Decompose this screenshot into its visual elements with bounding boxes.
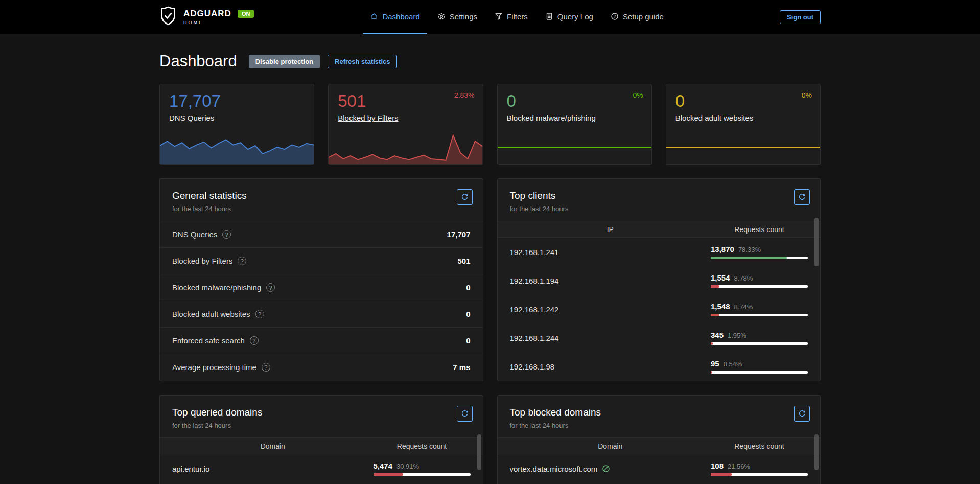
brand-subtitle: HOME (183, 20, 254, 25)
refresh-card-button[interactable] (794, 189, 810, 205)
general-statistics-rows: DNS Queries? 17,707 Blocked by Filters? … (160, 221, 483, 380)
general-statistics-card: General statistics for the last 24 hours… (159, 178, 483, 381)
stat-value: 17,707 (160, 84, 314, 111)
stat-label: Blocked malware/phishing (507, 113, 596, 122)
domain-name: api.entur.io (172, 465, 374, 473)
dashboard-page: Dashboard Disable protection Refresh sta… (159, 52, 821, 484)
card-subtitle: for the last 24 hours (510, 422, 808, 429)
client-ip: 192.168.1.98 (510, 362, 711, 371)
stat-card-blocked-adult: 0% 0 Blocked adult websites (666, 84, 821, 165)
request-count: 95 (711, 359, 719, 368)
table-row: 192.168.1.244 3451.95% (498, 324, 821, 352)
stat-row-blocked-adult: Blocked adult websites? 0 (160, 301, 483, 327)
unblock-domain-icon[interactable] (602, 465, 610, 473)
card-subtitle: for the last 24 hours (172, 422, 471, 429)
request-count: 108 (711, 462, 724, 470)
request-percent: 21.56% (728, 463, 750, 470)
nav-item-dashboard[interactable]: Dashboard (363, 0, 427, 34)
nav-label: Settings (450, 12, 477, 21)
progress-bar (711, 285, 808, 288)
help-icon[interactable]: ? (250, 336, 259, 345)
nav-item-filters[interactable]: Filters (487, 0, 535, 34)
scrollbar-thumb[interactable] (814, 434, 819, 470)
stat-percent: 2.83% (454, 91, 475, 99)
table-row: 192.168.1.194 1,5548.78% (498, 266, 821, 295)
navbar: ADGUARD ON HOME Dashboard (0, 0, 980, 34)
card-title: Top queried domains (172, 407, 471, 418)
scrollbar (814, 218, 819, 377)
stat-value: 0 (498, 84, 651, 111)
scrollbar-thumb[interactable] (477, 434, 481, 470)
nav-label: Query Log (557, 12, 593, 21)
refresh-statistics-button[interactable]: Refresh statistics (328, 55, 397, 68)
help-icon[interactable]: ? (262, 363, 270, 372)
stat-cards: 17,707 DNS Queries 2.83% 501 Blocked by … (159, 84, 821, 165)
page-title: Dashboard (159, 52, 237, 71)
help-icon[interactable]: ? (255, 310, 264, 318)
scrollbar-thumb[interactable] (814, 218, 819, 266)
nav-item-settings[interactable]: Settings (430, 0, 484, 34)
progress-bar (711, 371, 808, 374)
table-header: IP Requests count (498, 221, 821, 238)
progress-bar (711, 473, 808, 476)
stat-row-label: Blocked malware/phishing (172, 283, 261, 292)
request-percent: 8.74% (734, 303, 753, 311)
help-icon[interactable]: ? (266, 283, 275, 292)
table-row: 192.168.1.241 13,87078.33% (498, 238, 821, 266)
table-header: Domain Requests count (498, 437, 821, 454)
client-ip: 192.168.1.242 (510, 305, 711, 314)
protection-on-badge: ON (238, 10, 254, 18)
stat-row-value: 501 (457, 257, 470, 265)
request-count: 5,474 (374, 462, 393, 470)
request-percent: 30.91% (396, 463, 419, 470)
query-log-document-icon (545, 12, 553, 20)
domain-name: vortex.data.microsoft.com (510, 465, 598, 473)
blocked-malware-sparkline-chart (498, 127, 651, 164)
column-header-domain: Domain (510, 442, 711, 450)
stat-label: Blocked adult websites (675, 113, 754, 122)
stat-row-processing-time: Average processing time? 7 ms (160, 354, 483, 380)
stat-percent: 0% (633, 91, 643, 99)
top-queried-domains-card: Top queried domains for the last 24 hour… (159, 395, 483, 484)
table-row: 192.168.1.98 950.54% (498, 352, 821, 381)
refresh-card-button[interactable] (457, 189, 473, 205)
request-percent: 1.95% (728, 332, 746, 339)
refresh-icon (461, 193, 469, 201)
blocked-adult-sparkline-chart (666, 127, 820, 164)
stat-row-value: 7 ms (453, 363, 470, 372)
column-header-requests: Requests count (374, 442, 471, 450)
nav-label: Filters (507, 12, 528, 21)
refresh-card-button[interactable] (794, 406, 810, 422)
stat-row-value: 17,707 (447, 230, 471, 239)
client-ip: 192.168.1.244 (510, 334, 711, 342)
nav-item-query-log[interactable]: Query Log (538, 0, 600, 34)
blocked-filters-sparkline-chart (329, 127, 482, 164)
stat-row-dns-queries: DNS Queries? 17,707 (160, 221, 483, 247)
filter-funnel-icon (495, 12, 503, 20)
card-title: Top blocked domains (510, 407, 808, 418)
progress-bar (374, 473, 471, 476)
disable-protection-button[interactable]: Disable protection (249, 55, 320, 68)
help-icon[interactable]: ? (238, 257, 246, 265)
help-icon[interactable]: ? (222, 230, 231, 239)
stat-percent: 0% (802, 91, 812, 99)
sign-out-button[interactable]: Sign out (780, 10, 821, 24)
adguard-shield-logo-icon (159, 6, 177, 28)
dashboard-home-icon (370, 12, 378, 20)
stat-row-label: DNS Queries (172, 230, 217, 239)
stat-row-value: 0 (466, 310, 470, 318)
refresh-card-button[interactable] (457, 406, 473, 422)
nav-label: Dashboard (382, 12, 419, 21)
nav-label: Setup guide (623, 12, 664, 21)
stat-row-label: Enforced safe search (172, 336, 245, 345)
nav-item-setup-guide[interactable]: ? Setup guide (603, 0, 671, 34)
scrollbar (477, 434, 481, 484)
request-count: 1,548 (711, 302, 730, 311)
card-title: Top clients (510, 190, 808, 201)
scrollbar (814, 434, 819, 484)
blocked-by-filters-link[interactable]: Blocked by Filters (338, 113, 398, 122)
refresh-icon (798, 410, 806, 418)
column-header-ip: IP (510, 225, 711, 234)
gear-icon (437, 12, 446, 20)
refresh-icon (461, 410, 469, 418)
